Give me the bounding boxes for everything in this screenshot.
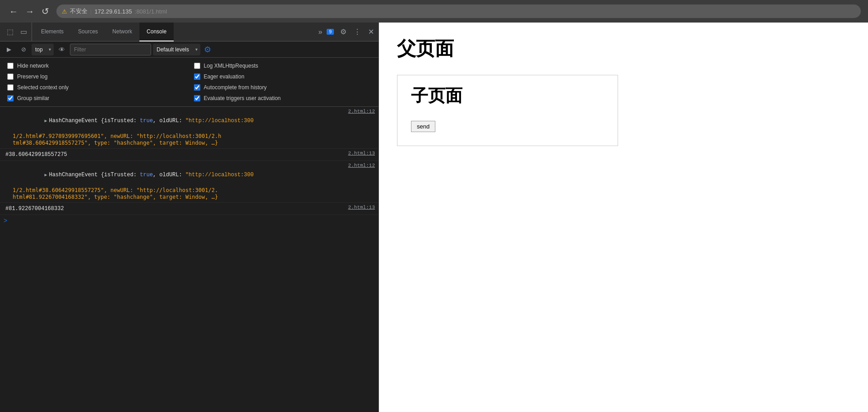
console-input[interactable] [10,217,375,224]
console-entry-4-text: #81.92267004168332 [5,205,345,213]
tab-console[interactable]: Console [139,23,174,41]
eval-triggers-label: Evaluate triggers user activation [204,95,281,101]
iframe-container: 子页面 send [397,75,618,146]
eager-eval-checkbox[interactable] [194,73,200,80]
devtools-close-button[interactable]: ✕ [365,26,377,38]
log-xhr-checkbox[interactable] [194,63,200,69]
back-button[interactable]: ← [7,5,20,18]
console-toolbar: ▶ ⊘ top ▾ 👁 Default levels ▾ ⚙ [0,41,379,58]
tab-network[interactable]: Network [105,23,139,41]
selected-ctx-checkbox[interactable] [7,84,14,91]
console-entry-3-text: ▶HashChangeEvent {isTrusted: true, oldUR… [5,163,345,187]
setting-group-similar: Group similar [7,94,185,103]
group-similar-checkbox[interactable] [7,95,14,101]
setting-selected-ctx: Selected context only [7,83,185,92]
main-container: ⬚ ▭ Elements Sources Network Console » 9… [0,23,868,412]
iframe-content: 子页面 send [397,75,618,146]
source-link-2[interactable]: 2.html:13 [345,151,375,156]
preserve-log-label: Preserve log [17,73,47,80]
send-button[interactable]: send [411,121,435,132]
console-entry-3-header: ▶HashChangeEvent {isTrusted: true, oldUR… [5,163,375,187]
forward-button[interactable]: → [23,5,36,18]
setting-hide-network: Hide network [7,61,185,70]
tab-sources[interactable]: Sources [71,23,105,41]
console-entry-3-body: 1/2.html#38.606429918557275", newURL: "h… [5,187,375,201]
console-entry-1: ▶HashChangeEvent {isTrusted: true, oldUR… [0,107,379,149]
address-url-main: 172.29.61.135 [94,8,132,15]
address-url-port: :8081/1.html [135,8,167,15]
console-entry-3: ▶HashChangeEvent {isTrusted: true, oldUR… [0,161,379,203]
reload-button[interactable]: ↺ [40,5,51,18]
setting-eval-triggers: Evaluate triggers user activation [194,94,372,103]
not-secure-label: 不安全 [70,7,88,15]
device-icon[interactable]: ▭ [17,26,30,38]
browser-chrome: ← → ↺ ⚠ 不安全 | 172.29.61.135:8081/1.html [0,0,868,23]
setting-log-xhr: Log XMLHttpRequests [194,61,372,70]
filter-input[interactable] [70,44,151,55]
iframe-title: 子页面 [411,84,604,107]
source-link-4[interactable]: 2.html:13 [345,205,375,210]
console-settings-panel: Hide network Log XMLHttpRequests Preserv… [0,58,379,107]
hide-network-checkbox[interactable] [7,63,14,69]
log-levels-wrapper: Default levels ▾ [153,44,200,55]
prompt-icon: > [4,217,7,224]
console-entry-4: #81.92267004168332 2.html:13 [0,203,379,215]
console-entry-4-header: #81.92267004168332 2.html:13 [5,205,375,213]
autocomplete-label: Autocomplete from history [204,84,267,91]
console-entry-1-text: ▶HashChangeEvent {isTrusted: true, oldUR… [5,109,345,133]
source-link-1[interactable]: 2.html:12 [345,109,375,114]
context-select[interactable]: top [32,44,54,55]
expand-arrow-3[interactable]: ▶ [44,173,47,178]
console-entry-2-header: #38.606429918557275 2.html:13 [5,151,375,159]
eye-button[interactable]: 👁 [55,43,68,56]
inspector-icon[interactable]: ⬚ [4,26,16,38]
setting-eager-eval: Eager evaluation [194,72,372,81]
setting-preserve-log: Preserve log [7,72,185,81]
console-entry-1-header: ▶HashChangeEvent {isTrusted: true, oldUR… [5,109,375,133]
hide-network-label: Hide network [17,63,49,69]
preserve-log-checkbox[interactable] [7,73,14,80]
devtools-tabs: ⬚ ▭ Elements Sources Network Console » 9… [0,23,379,41]
clear-console-button[interactable]: ⊘ [17,43,30,56]
more-tabs-button[interactable]: » [316,26,325,38]
eval-triggers-checkbox[interactable] [194,95,200,101]
main-page: 父页面 子页面 send [379,23,868,412]
selected-ctx-label: Selected context only [17,84,69,91]
eager-eval-label: Eager evaluation [204,73,245,80]
devtools-more-button[interactable]: ⋮ [351,26,364,38]
console-output[interactable]: ▶HashChangeEvent {isTrusted: true, oldUR… [0,107,379,412]
autocomplete-checkbox[interactable] [194,84,200,91]
warning-icon: ⚠ [62,8,67,15]
console-entry-2: #38.606429918557275 2.html:13 [0,149,379,161]
log-xhr-label: Log XMLHttpRequests [204,63,259,69]
console-settings-button[interactable]: ⚙ [202,43,213,56]
address-bar[interactable]: ⚠ 不安全 | 172.29.61.135:8081/1.html [56,5,861,18]
address-divider: | [90,8,92,15]
tab-elements[interactable]: Elements [34,23,71,41]
console-entry-1-body: 1/2.html#7.9278939997695601", newURL: "h… [5,133,375,146]
execute-script-button[interactable]: ▶ [3,43,15,56]
setting-autocomplete: Autocomplete from history [194,83,372,92]
context-selector-wrapper: top ▾ [32,44,54,55]
tab-icons: » 9 ⚙ ⋮ ✕ [316,26,377,38]
source-link-3[interactable]: 2.html:12 [345,163,375,168]
group-similar-label: Group similar [17,95,49,101]
devtools-settings-button[interactable]: ⚙ [337,26,349,38]
console-prompt-line[interactable]: > [0,215,379,226]
page-title: 父页面 [397,36,850,61]
devtools-panel: ⬚ ▭ Elements Sources Network Console » 9… [0,23,379,412]
log-levels-select[interactable]: Default levels [153,44,200,55]
console-badge: 9 [327,29,334,35]
console-entry-2-text: #38.606429918557275 [5,151,345,159]
nav-buttons: ← → ↺ [7,5,51,18]
expand-arrow-1[interactable]: ▶ [44,119,47,124]
